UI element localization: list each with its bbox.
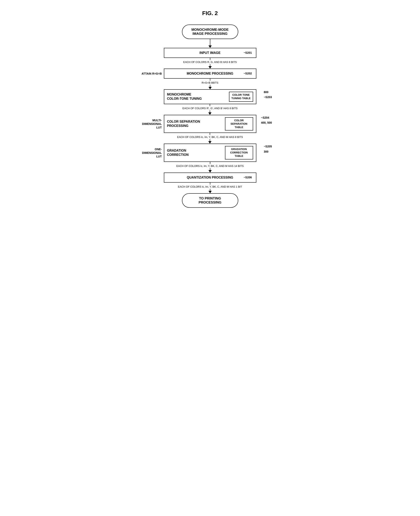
row-s203: MONOCHROME COLOR-TONE TUNING COLOR TONE … bbox=[140, 89, 280, 104]
box-s203: MONOCHROME COLOR-TONE TUNING COLOR TONE … bbox=[164, 89, 256, 104]
ah3 bbox=[208, 112, 211, 115]
side-s202: ATTAIN R=G=B bbox=[140, 72, 162, 75]
al1b bbox=[210, 64, 210, 66]
label-arrow4: EACH OF COLORS lc, lm, Y, BK, C, AND M H… bbox=[177, 135, 243, 139]
al1a bbox=[210, 58, 210, 60]
end-node: TO PRINTING PROCESSING bbox=[182, 193, 238, 208]
side-s204: MULTI- DIMENSIONAL LUT bbox=[138, 119, 162, 129]
arrow-1: EACH OF COLORS R, G, AND B HAS 8 BITS bbox=[183, 58, 237, 68]
row-s201: INPUT IMAGE ~S201 bbox=[140, 48, 280, 58]
ah4 bbox=[208, 141, 211, 144]
arrow-head-0 bbox=[209, 45, 212, 48]
al6b bbox=[210, 189, 210, 191]
label-arrow3: EACH OF COLORS R', G', AND B' HAS 8 BITS bbox=[182, 107, 237, 110]
al5b bbox=[210, 168, 210, 170]
s204-inner-box: COLOR SEPARATION TABLE bbox=[225, 117, 253, 131]
flowchart: MONOCHROME-MODE IMAGE PROCESSING INPUT I… bbox=[140, 24, 280, 208]
al2a bbox=[210, 79, 210, 81]
ref-s201: ~S201 bbox=[244, 51, 252, 54]
box-s204: COLOR SEPARATION PROCESSING COLOR SEPARA… bbox=[164, 115, 256, 133]
row-s202: ATTAIN R=G=B MONOCHROME PROCESSING ~S202 bbox=[140, 68, 280, 79]
ref-s206: ~S206 bbox=[244, 176, 252, 179]
figure-title: FIG. 2 bbox=[140, 10, 280, 16]
s203-inner-box: COLOR TONE TUNING TABLE bbox=[229, 92, 253, 102]
row-s205: ONE- DIMENSIONAL LUT GRADATION CORRECTIO… bbox=[140, 144, 280, 162]
al6a bbox=[210, 183, 210, 185]
label-arrow6: EACH OF COLORS lc, lm, Y, BK, C, AND M H… bbox=[178, 185, 242, 188]
s205-main-label: GRADATION CORRECTION bbox=[167, 149, 225, 157]
s204-main-label: COLOR SEPARATION PROCESSING bbox=[167, 120, 225, 128]
arrow-line-0 bbox=[210, 39, 210, 45]
s205-inner-box: GRADATION CORRECTION TABLE bbox=[225, 146, 253, 159]
label-arrow1: EACH OF COLORS R, G, AND B HAS 8 BITS bbox=[183, 60, 237, 64]
row-s204: MULTI- DIMENSIONAL LUT COLOR SEPARATION … bbox=[140, 115, 280, 133]
label-arrow5: EACH OF COLORS lc, lm, Y, BK, C, AND M H… bbox=[176, 165, 244, 167]
arrow-5: EACH OF COLORS lc, lm, Y, BK, C, AND M H… bbox=[176, 162, 244, 172]
refs-s204: ~S204 400, 500 bbox=[261, 115, 272, 125]
side-s205: ONE- DIMENSIONAL LUT bbox=[138, 147, 162, 158]
ref-s202: ~S202 bbox=[244, 72, 252, 75]
arrow-3: EACH OF COLORS R', G', AND B' HAS 8 BITS bbox=[182, 104, 237, 115]
s203-main-label: MONOCHROME COLOR-TONE TUNING bbox=[167, 92, 229, 101]
page: FIG. 2 MONOCHROME-MODE IMAGE PROCESSING … bbox=[132, 4, 289, 214]
ah2 bbox=[209, 87, 212, 89]
box-s206: QUANTIZATION PROCESSING ~S206 bbox=[164, 172, 256, 183]
row-s206: QUANTIZATION PROCESSING ~S206 bbox=[140, 172, 280, 183]
arrow-0 bbox=[209, 39, 212, 48]
al5a bbox=[210, 162, 210, 164]
arrow-6: EACH OF COLORS lc, lm, Y, BK, C, AND M H… bbox=[178, 183, 242, 193]
arrow-4: EACH OF COLORS lc, lm, Y, BK, C, AND M H… bbox=[177, 133, 243, 144]
al3a bbox=[210, 104, 210, 106]
al4b bbox=[210, 139, 210, 141]
al3b bbox=[210, 110, 210, 112]
box-s205: GRADATION CORRECTION GRADATION CORRECTIO… bbox=[164, 144, 256, 162]
refs-s203: 800 ~S203 bbox=[264, 90, 272, 100]
box-s202: MONOCHROME PROCESSING ~S202 bbox=[164, 68, 256, 79]
ah1 bbox=[209, 66, 212, 68]
label-arrow2: R=G=B 8BITS bbox=[202, 81, 218, 84]
ah5 bbox=[209, 170, 212, 172]
ah6 bbox=[209, 191, 212, 193]
al2b bbox=[210, 85, 210, 87]
arrow-2: R=G=B 8BITS bbox=[202, 79, 218, 89]
box-s201: INPUT IMAGE ~S201 bbox=[164, 48, 256, 58]
refs-s205: ~S205 300 bbox=[264, 144, 272, 154]
start-node: MONOCHROME-MODE IMAGE PROCESSING bbox=[182, 24, 238, 39]
al4a bbox=[210, 133, 210, 135]
